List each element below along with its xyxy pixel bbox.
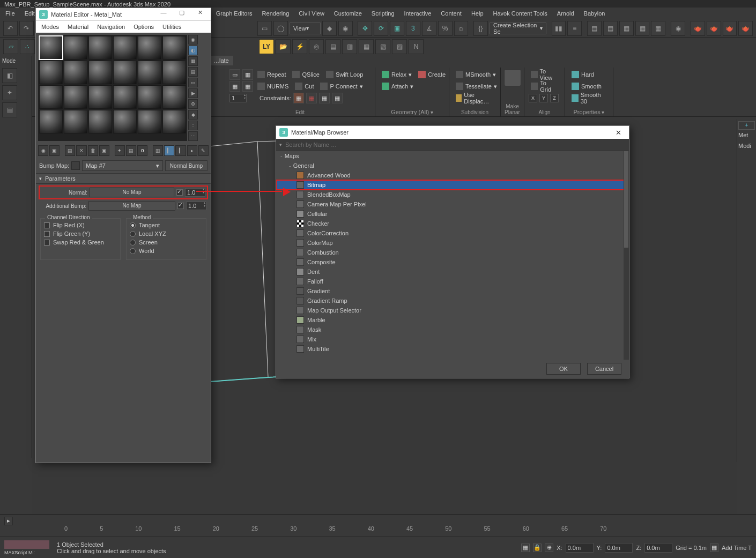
category-general[interactable]: -General	[276, 161, 629, 170]
lock-icon[interactable]: 🔒	[533, 544, 542, 552]
map-item[interactable]: ColorMap	[276, 238, 629, 248]
map-item[interactable]: Marble	[276, 315, 629, 325]
constraint-none-icon[interactable]: ▦	[293, 93, 304, 103]
open-file-icon[interactable]: 📂	[276, 39, 291, 54]
menu-civilview[interactable]: Civil View	[299, 10, 324, 17]
sample-slot[interactable]	[64, 85, 87, 109]
poly-sub2-icon[interactable]: ▦	[229, 81, 240, 92]
sample-slot[interactable]	[113, 61, 137, 84]
put-to-lib-icon[interactable]: ▤	[126, 145, 136, 156]
track-view-icon[interactable]: ▦	[635, 21, 650, 36]
ribbon-tab[interactable]: …late	[209, 56, 233, 65]
sample-slot[interactable]	[138, 110, 161, 133]
poly-sub3-icon[interactable]: ▦	[242, 81, 253, 92]
repeat-button[interactable]: Repeat	[255, 69, 288, 80]
mirror-icon[interactable]: ▮▮	[552, 21, 566, 36]
sample-slot[interactable]	[64, 110, 87, 133]
undo-icon[interactable]: ↶	[3, 21, 18, 36]
sample-slot[interactable]	[64, 61, 87, 84]
sample-slot[interactable]	[138, 61, 161, 84]
map-item[interactable]: Mix	[276, 334, 629, 344]
y-value[interactable]: 0.0m	[605, 543, 633, 553]
me-menu-navigation[interactable]: Navigation	[97, 24, 125, 30]
browser-titlebar[interactable]: 3 Material/Map Browser ✕	[276, 126, 629, 139]
make-copy-icon[interactable]: ▣	[99, 145, 109, 156]
menu-help[interactable]: Help	[471, 10, 484, 17]
me-menu-utilities[interactable]: Utilities	[162, 24, 181, 30]
togrid-button[interactable]: To Grid	[529, 81, 560, 92]
hier-tab-icon[interactable]: ▤	[2, 102, 17, 117]
z-value[interactable]: 0.0m	[644, 543, 672, 553]
menu-arnold[interactable]: Arnold	[557, 10, 574, 17]
map-item[interactable]: Checker	[276, 219, 629, 228]
method-tangent-radio[interactable]	[130, 222, 136, 228]
map-item[interactable]: Map Output Selector	[276, 306, 629, 315]
target-icon[interactable]: ⊕	[545, 544, 553, 552]
snap-icon[interactable]: 3	[406, 21, 420, 36]
select-by-mat-icon[interactable]: ◆	[188, 110, 198, 120]
map-item[interactable]: Bitmap	[276, 180, 629, 190]
sample-slot[interactable]	[138, 36, 161, 59]
video-color-icon[interactable]: ▭	[188, 78, 198, 87]
map-item[interactable]: MultiTile	[276, 344, 629, 354]
menu-content[interactable]: Content	[441, 10, 462, 17]
sample-slot[interactable]	[113, 85, 137, 109]
attach-button[interactable]: Attach ▾	[380, 81, 416, 92]
background-icon[interactable]: ▦	[188, 56, 198, 66]
add-time-tag[interactable]: Add Time T	[722, 545, 752, 551]
map-item[interactable]: Falloff	[276, 277, 629, 286]
swap-rg-checkbox[interactable]	[44, 240, 50, 245]
tessellate-button[interactable]: Tessellate ▾	[454, 81, 499, 92]
map-item[interactable]: Mask	[276, 325, 629, 334]
sample-slot[interactable]	[162, 61, 186, 84]
flip-red-checkbox[interactable]	[44, 222, 50, 228]
material-editor-window[interactable]: 3 Material Editor - Metal_Mat — ▢ ✕ Mode…	[35, 8, 211, 463]
nurms-button[interactable]: NURMS	[255, 81, 291, 92]
minimize-icon[interactable]: —	[156, 9, 171, 20]
reset-icon[interactable]: ✕	[76, 145, 86, 156]
sample-slot[interactable]	[39, 85, 63, 109]
put-to-scene-icon[interactable]: ▣	[49, 145, 60, 156]
material-sample-slots[interactable]	[38, 35, 187, 141]
toview-button[interactable]: To View	[529, 69, 560, 80]
sample-slot[interactable]	[113, 36, 137, 59]
sample-slot[interactable]	[88, 110, 112, 133]
magnify-icon[interactable]: ▦	[359, 39, 374, 54]
method-localxyz-radio[interactable]	[130, 231, 136, 237]
angle-snap-icon[interactable]: ∡	[422, 21, 436, 36]
method-world-radio[interactable]	[130, 248, 136, 254]
selection-filter-icon[interactable]: ▭	[257, 21, 272, 36]
percent-snap-icon[interactable]: %	[438, 21, 453, 36]
edit-spin[interactable]: 1	[229, 94, 247, 102]
curve-editor-icon[interactable]: ▦	[619, 21, 634, 36]
menu-edit[interactable]: Edit	[25, 10, 35, 17]
maximize-icon[interactable]: ▢	[174, 9, 189, 20]
browser-tree[interactable]: -Maps -General Advanced WoodBitmapBlende…	[276, 151, 629, 360]
move-icon[interactable]: ✥	[358, 21, 372, 36]
map-item[interactable]: ColorCorrection	[276, 228, 629, 238]
align-z-button[interactable]: Z	[550, 94, 559, 102]
play-icon[interactable]: ▸	[4, 517, 13, 525]
go-forward-icon[interactable]: ▸	[187, 145, 197, 156]
reference-coord-combo[interactable]: View ▾	[290, 23, 321, 34]
me-titlebar[interactable]: 3 Material Editor - Metal_Mat — ▢ ✕	[36, 8, 211, 21]
sample-slot[interactable]	[88, 61, 112, 84]
sample-slot[interactable]	[39, 61, 63, 84]
align-x-button[interactable]: X	[529, 94, 537, 102]
list-icon[interactable]: ▤	[325, 39, 340, 54]
menu-havok[interactable]: Havok Content Tools	[493, 10, 547, 17]
map-name-combo[interactable]: Map #7▾	[82, 160, 163, 171]
map-item[interactable]: Camera Map Per Pixel	[276, 199, 629, 209]
bump-type-button[interactable]: Normal Bump	[165, 160, 207, 171]
edit-poly-icon[interactable]: ▱	[3, 39, 18, 54]
map-item[interactable]: Cellular	[276, 209, 629, 219]
show-end-result-icon[interactable]: ▥	[153, 145, 163, 156]
swiftloop-button[interactable]: Swift Loop	[324, 69, 365, 80]
msmooth-button[interactable]: MSmooth ▾	[454, 69, 498, 80]
go-sibling-icon[interactable]: ▎	[175, 145, 186, 156]
align-y-button[interactable]: Y	[539, 94, 548, 102]
material-map-browser-window[interactable]: 3 Material/Map Browser ✕ ▾ -Maps -Genera…	[276, 125, 629, 378]
me-menu-material[interactable]: Material	[68, 24, 88, 30]
category-maps[interactable]: -Maps	[276, 151, 629, 161]
hard-button[interactable]: Hard	[569, 69, 596, 80]
